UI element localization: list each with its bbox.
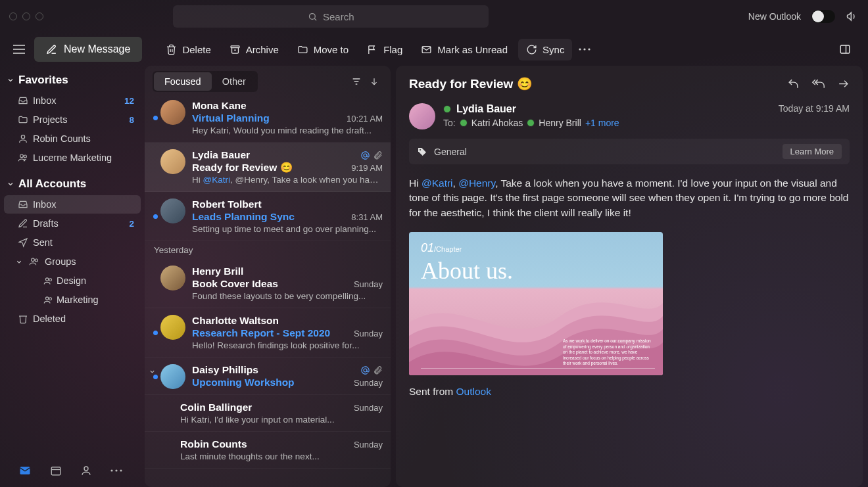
svg-point-9 xyxy=(584,48,586,50)
svg-point-10 xyxy=(589,48,591,50)
avatar xyxy=(409,103,435,129)
folder-icon xyxy=(17,114,29,126)
svg-point-0 xyxy=(310,13,316,19)
svg-point-8 xyxy=(579,48,581,50)
unread-dot-icon xyxy=(153,214,158,219)
message-body: Hi @Katri, @Henry, Take a look when you … xyxy=(409,176,850,220)
favorites-header[interactable]: Favorites xyxy=(0,70,145,91)
mention-icon xyxy=(360,151,370,160)
sync-icon xyxy=(526,44,537,55)
svg-point-34 xyxy=(364,369,367,372)
mention[interactable]: @Katri xyxy=(422,177,453,189)
sent-icon xyxy=(17,237,29,248)
archive-button[interactable]: Archive xyxy=(222,39,287,60)
hamburger-button[interactable] xyxy=(9,39,29,59)
message-item-thread[interactable]: Robin CountsSunday Last minute thoughts … xyxy=(145,432,391,469)
more-recipients[interactable]: +1 more xyxy=(585,118,619,128)
svg-point-25 xyxy=(84,467,88,471)
filter-button[interactable] xyxy=(347,74,366,89)
trash-icon xyxy=(166,44,177,55)
calendar-nav-icon[interactable] xyxy=(50,465,62,476)
message-item[interactable]: Henry Brill Book Cover IdeasSunday Found… xyxy=(145,259,391,308)
tab-other[interactable]: Other xyxy=(212,72,256,91)
attachment-icon xyxy=(373,365,383,375)
avatar xyxy=(160,100,185,125)
reply-icon[interactable] xyxy=(787,78,800,90)
image-title: About us. xyxy=(421,257,513,285)
svg-point-15 xyxy=(24,155,26,158)
recipient[interactable]: Henry Brill xyxy=(539,118,581,128)
category-label: General xyxy=(434,147,467,157)
sidebar-favorite-person[interactable]: Robin Counts xyxy=(4,129,141,148)
trash-icon xyxy=(17,313,29,325)
group-icon xyxy=(29,256,39,267)
people-nav-icon[interactable] xyxy=(80,465,92,476)
sidebar-inbox[interactable]: Inbox xyxy=(4,195,141,214)
compose-icon xyxy=(46,44,57,55)
sort-button[interactable] xyxy=(366,74,383,89)
archive-icon xyxy=(229,44,241,55)
more-button[interactable] xyxy=(575,43,594,56)
close-window[interactable] xyxy=(9,12,17,20)
new-message-button[interactable]: New Message xyxy=(34,37,142,62)
svg-rect-23 xyxy=(51,467,60,475)
inbox-icon xyxy=(17,198,29,210)
message-item[interactable]: Lydia Bauer Ready for Review 😊9:19 AM Hi… xyxy=(145,143,391,192)
new-outlook-label: New Outlook xyxy=(748,11,801,22)
message-item-thread[interactable]: Colin BallingerSunday Hi Katri, I'd like… xyxy=(145,395,391,432)
svg-point-13 xyxy=(21,135,24,139)
timestamp: Today at 9:19 AM xyxy=(779,103,850,114)
mention[interactable]: @Henry xyxy=(458,177,495,189)
zoom-window[interactable] xyxy=(36,12,43,20)
mail-nav-icon[interactable] xyxy=(18,464,32,477)
sidebar-drafts[interactable]: Drafts 2 xyxy=(4,214,141,233)
tab-focused[interactable]: Focused xyxy=(154,72,212,91)
sidebar-favorite-inbox[interactable]: Inbox 12 xyxy=(4,91,141,110)
sender-name: Lydia Bauer xyxy=(456,103,516,115)
flag-button[interactable]: Flag xyxy=(359,39,410,60)
group-icon xyxy=(17,152,29,164)
chevron-down-icon xyxy=(7,180,14,188)
sidebar-deleted[interactable]: Deleted xyxy=(4,310,141,328)
more-nav-icon[interactable] xyxy=(110,469,122,472)
sidebar-groups-header[interactable]: Groups xyxy=(0,252,145,271)
reading-pane-button[interactable] xyxy=(831,38,859,60)
chevron-down-icon[interactable] xyxy=(149,368,156,375)
svg-point-18 xyxy=(45,277,48,280)
mark-unread-button[interactable]: Mark as Unread xyxy=(413,39,516,60)
svg-point-14 xyxy=(20,154,24,158)
svg-point-36 xyxy=(420,149,421,151)
message-item[interactable]: Daisy Phillips Upcoming WorkshopSunday xyxy=(145,358,391,395)
move-to-button[interactable]: Move to xyxy=(289,39,356,60)
window-controls xyxy=(9,12,43,20)
svg-point-21 xyxy=(49,297,51,300)
new-outlook-toggle[interactable] xyxy=(811,10,835,23)
forward-icon[interactable] xyxy=(837,78,850,90)
sidebar-group-design[interactable]: Design xyxy=(4,271,141,290)
delete-button[interactable]: Delete xyxy=(158,39,218,60)
message-item[interactable]: Charlotte Waltson Research Report - Sept… xyxy=(145,308,391,358)
sync-button[interactable]: Sync xyxy=(518,39,572,60)
message-item[interactable]: Robert Tolbert Leads Planning Sync8:31 A… xyxy=(145,192,391,241)
sidebar-sent[interactable]: Sent xyxy=(4,233,141,252)
all-accounts-header[interactable]: All Accounts xyxy=(0,174,145,195)
message-item[interactable]: Mona Kane Virtual Planning10:21 AM Hey K… xyxy=(145,93,391,143)
avatar xyxy=(160,149,185,174)
sidebar-favorite-projects[interactable]: Projects 8 xyxy=(4,110,141,129)
reply-all-icon[interactable] xyxy=(811,78,825,90)
avatar xyxy=(160,364,185,389)
recipient[interactable]: Katri Ahokas xyxy=(471,118,523,128)
chevron-down-icon xyxy=(7,76,14,84)
avatar xyxy=(160,198,185,223)
sidebar-bottom-nav xyxy=(0,454,145,487)
search-input[interactable]: Search xyxy=(173,5,489,28)
sidebar-group-marketing[interactable]: Marketing xyxy=(4,290,141,309)
sidebar-favorite-group[interactable]: Lucerne Marketing xyxy=(4,149,141,167)
svg-point-33 xyxy=(364,154,367,157)
minimize-window[interactable] xyxy=(22,12,30,20)
megaphone-icon[interactable] xyxy=(846,10,859,23)
titlebar: Search New Outlook xyxy=(0,0,868,33)
learn-more-button[interactable]: Learn More xyxy=(783,144,842,159)
new-message-label: New Message xyxy=(64,43,130,55)
outlook-link[interactable]: Outlook xyxy=(456,386,491,397)
